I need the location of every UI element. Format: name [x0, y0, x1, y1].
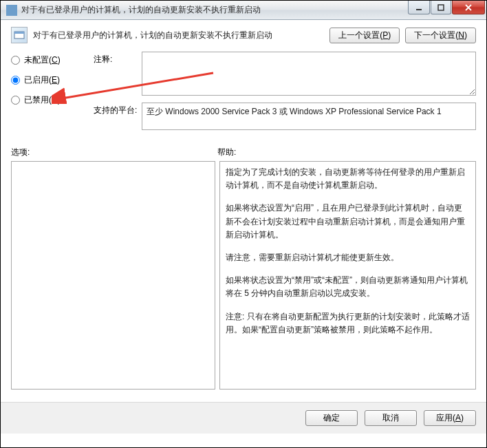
radio-not-configured-label[interactable]: 未配置(C)	[24, 54, 61, 66]
titlebar: 对于有已登录用户的计算机，计划的自动更新安装不执行重新启动	[1, 1, 486, 20]
ok-button[interactable]: 确定	[305, 410, 358, 426]
panes: 指定为了完成计划的安装，自动更新将等待任何登录的用户重新启动计算机，而不是自动使…	[11, 161, 476, 390]
help-text: 指定为了完成计划的安装，自动更新将等待任何登录的用户重新启动计算机，而不是自动使…	[226, 166, 470, 337]
page-title: 对于有已登录用户的计算机，计划的自动更新安装不执行重新启动	[33, 30, 324, 41]
comment-label: 注释:	[94, 52, 142, 96]
help-p3: 请注意，需要重新启动计算机才能使更新生效。	[226, 251, 470, 264]
minimize-button[interactable]	[408, 1, 430, 14]
options-pane[interactable]	[11, 161, 215, 390]
svg-rect-3	[14, 32, 24, 34]
radio-not-configured-input[interactable]	[11, 56, 20, 65]
radio-enabled-label[interactable]: 已启用(E)	[24, 74, 60, 86]
footer: 确定 取消 应用(A)	[1, 402, 486, 434]
radio-enabled[interactable]: 已启用(E)	[11, 74, 87, 86]
apply-button[interactable]: 应用(A)	[424, 410, 476, 426]
close-button[interactable]	[452, 1, 485, 14]
help-label: 帮助:	[217, 147, 476, 158]
maximize-button[interactable]	[431, 1, 451, 14]
options-label: 选项:	[11, 147, 217, 158]
header-row: 对于有已登录用户的计算机，计划的自动更新安装不执行重新启动 上一个设置(P) 下…	[11, 27, 476, 43]
ok-label: 确定	[323, 413, 340, 423]
top-grid: 未配置(C) 已启用(E) 已禁用(D) 注释:	[11, 52, 476, 137]
radio-group: 未配置(C) 已启用(E) 已禁用(D)	[11, 52, 87, 137]
comment-row: 注释:	[94, 52, 476, 96]
svg-rect-0	[416, 9, 422, 10]
policy-icon	[11, 27, 28, 43]
app-icon	[6, 5, 17, 16]
fields-col: 注释: 支持的平台: 至少 Windows 2000 Service Pack …	[94, 52, 476, 137]
radio-disabled[interactable]: 已禁用(D)	[11, 94, 87, 106]
platform-value: 至少 Windows 2000 Service Pack 3 或 Windows…	[142, 103, 476, 130]
help-p4: 如果将状态设置为“禁用”或“未配置”，则自动更新将通知用户计算机将在 5 分钟内…	[226, 274, 470, 300]
next-setting-label: 下一个设置	[414, 30, 455, 40]
next-accel: N	[458, 30, 464, 40]
client-area: 对于有已登录用户的计算机，计划的自动更新安装不执行重新启动 上一个设置(P) 下…	[1, 20, 486, 402]
prev-accel: P	[382, 30, 388, 40]
apply-accel: A	[455, 413, 461, 423]
platform-row: 支持的平台: 至少 Windows 2000 Service Pack 3 或 …	[94, 103, 476, 130]
radio-disabled-label[interactable]: 已禁用(D)	[24, 94, 61, 106]
platform-label: 支持的平台:	[94, 103, 142, 130]
radio-disabled-input[interactable]	[11, 96, 20, 105]
svg-rect-1	[438, 5, 444, 10]
apply-label: 应用	[436, 413, 453, 423]
prev-setting-label: 上一个设置	[338, 30, 380, 40]
cancel-button[interactable]: 取消	[365, 410, 417, 426]
help-p5: 注意: 只有在将自动更新配置为执行更新的计划安装时，此策略才适用。如果“配置自动…	[226, 310, 470, 337]
comment-input[interactable]	[142, 52, 476, 96]
section-labels: 选项: 帮助:	[11, 147, 476, 158]
window-controls	[407, 1, 485, 14]
help-pane[interactable]: 指定为了完成计划的安装，自动更新将等待任何登录的用户重新启动计算机，而不是自动使…	[219, 161, 476, 390]
radio-enabled-input[interactable]	[11, 76, 20, 85]
cancel-label: 取消	[382, 413, 399, 423]
help-p2: 如果将状态设置为“启用”，且在用户已登录到此计算机时，自动更新不会在计划安装过程…	[226, 202, 470, 242]
prev-setting-button[interactable]: 上一个设置(P)	[329, 28, 400, 43]
help-p1: 指定为了完成计划的安装，自动更新将等待任何登录的用户重新启动计算机，而不是自动使…	[226, 166, 470, 192]
next-setting-button[interactable]: 下一个设置(N)	[405, 28, 476, 43]
radio-not-configured[interactable]: 未配置(C)	[11, 54, 87, 66]
